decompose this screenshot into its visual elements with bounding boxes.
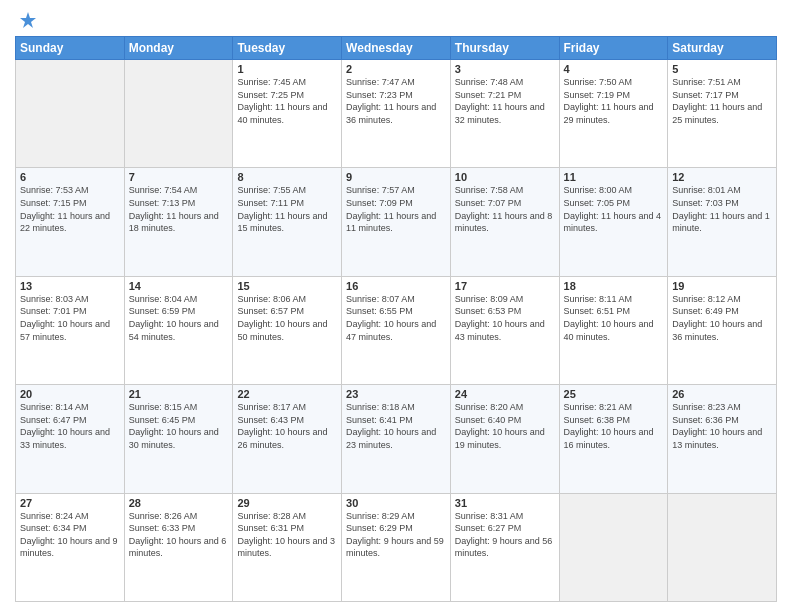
day-info: Sunrise: 7:50 AM Sunset: 7:19 PM Dayligh… <box>564 76 664 126</box>
day-info: Sunrise: 8:31 AM Sunset: 6:27 PM Dayligh… <box>455 510 555 560</box>
day-info: Sunrise: 8:15 AM Sunset: 6:45 PM Dayligh… <box>129 401 229 451</box>
day-info: Sunrise: 8:07 AM Sunset: 6:55 PM Dayligh… <box>346 293 446 343</box>
calendar-table: SundayMondayTuesdayWednesdayThursdayFrid… <box>15 36 777 602</box>
weekday-header-sunday: Sunday <box>16 37 125 60</box>
calendar-cell: 16Sunrise: 8:07 AM Sunset: 6:55 PM Dayli… <box>342 276 451 384</box>
day-number: 21 <box>129 388 229 400</box>
day-info: Sunrise: 8:17 AM Sunset: 6:43 PM Dayligh… <box>237 401 337 451</box>
day-info: Sunrise: 8:04 AM Sunset: 6:59 PM Dayligh… <box>129 293 229 343</box>
weekday-header-wednesday: Wednesday <box>342 37 451 60</box>
calendar-cell: 7Sunrise: 7:54 AM Sunset: 7:13 PM Daylig… <box>124 168 233 276</box>
calendar-cell: 22Sunrise: 8:17 AM Sunset: 6:43 PM Dayli… <box>233 385 342 493</box>
day-info: Sunrise: 7:55 AM Sunset: 7:11 PM Dayligh… <box>237 184 337 234</box>
day-info: Sunrise: 8:11 AM Sunset: 6:51 PM Dayligh… <box>564 293 664 343</box>
day-number: 6 <box>20 171 120 183</box>
calendar-cell: 30Sunrise: 8:29 AM Sunset: 6:29 PM Dayli… <box>342 493 451 601</box>
logo <box>15 10 38 30</box>
weekday-header-saturday: Saturday <box>668 37 777 60</box>
day-number: 28 <box>129 497 229 509</box>
calendar-cell: 6Sunrise: 7:53 AM Sunset: 7:15 PM Daylig… <box>16 168 125 276</box>
calendar-cell: 24Sunrise: 8:20 AM Sunset: 6:40 PM Dayli… <box>450 385 559 493</box>
calendar-cell: 18Sunrise: 8:11 AM Sunset: 6:51 PM Dayli… <box>559 276 668 384</box>
calendar-cell: 5Sunrise: 7:51 AM Sunset: 7:17 PM Daylig… <box>668 60 777 168</box>
calendar-cell: 11Sunrise: 8:00 AM Sunset: 7:05 PM Dayli… <box>559 168 668 276</box>
calendar-cell: 14Sunrise: 8:04 AM Sunset: 6:59 PM Dayli… <box>124 276 233 384</box>
calendar-cell: 20Sunrise: 8:14 AM Sunset: 6:47 PM Dayli… <box>16 385 125 493</box>
day-number: 26 <box>672 388 772 400</box>
day-info: Sunrise: 8:23 AM Sunset: 6:36 PM Dayligh… <box>672 401 772 451</box>
calendar-week-4: 20Sunrise: 8:14 AM Sunset: 6:47 PM Dayli… <box>16 385 777 493</box>
calendar-cell: 27Sunrise: 8:24 AM Sunset: 6:34 PM Dayli… <box>16 493 125 601</box>
calendar-cell: 9Sunrise: 7:57 AM Sunset: 7:09 PM Daylig… <box>342 168 451 276</box>
day-info: Sunrise: 7:47 AM Sunset: 7:23 PM Dayligh… <box>346 76 446 126</box>
weekday-header-tuesday: Tuesday <box>233 37 342 60</box>
svg-marker-0 <box>20 12 36 28</box>
calendar-cell: 26Sunrise: 8:23 AM Sunset: 6:36 PM Dayli… <box>668 385 777 493</box>
day-number: 5 <box>672 63 772 75</box>
day-info: Sunrise: 7:48 AM Sunset: 7:21 PM Dayligh… <box>455 76 555 126</box>
calendar-week-5: 27Sunrise: 8:24 AM Sunset: 6:34 PM Dayli… <box>16 493 777 601</box>
day-number: 15 <box>237 280 337 292</box>
weekday-header-row: SundayMondayTuesdayWednesdayThursdayFrid… <box>16 37 777 60</box>
calendar-cell: 31Sunrise: 8:31 AM Sunset: 6:27 PM Dayli… <box>450 493 559 601</box>
day-info: Sunrise: 8:12 AM Sunset: 6:49 PM Dayligh… <box>672 293 772 343</box>
day-number: 13 <box>20 280 120 292</box>
calendar-cell: 4Sunrise: 7:50 AM Sunset: 7:19 PM Daylig… <box>559 60 668 168</box>
calendar-cell: 28Sunrise: 8:26 AM Sunset: 6:33 PM Dayli… <box>124 493 233 601</box>
day-number: 11 <box>564 171 664 183</box>
day-number: 18 <box>564 280 664 292</box>
day-info: Sunrise: 8:29 AM Sunset: 6:29 PM Dayligh… <box>346 510 446 560</box>
calendar-cell: 8Sunrise: 7:55 AM Sunset: 7:11 PM Daylig… <box>233 168 342 276</box>
day-number: 14 <box>129 280 229 292</box>
weekday-header-thursday: Thursday <box>450 37 559 60</box>
calendar-cell: 29Sunrise: 8:28 AM Sunset: 6:31 PM Dayli… <box>233 493 342 601</box>
calendar-cell <box>16 60 125 168</box>
day-number: 7 <box>129 171 229 183</box>
day-number: 9 <box>346 171 446 183</box>
day-info: Sunrise: 8:06 AM Sunset: 6:57 PM Dayligh… <box>237 293 337 343</box>
calendar-cell: 13Sunrise: 8:03 AM Sunset: 7:01 PM Dayli… <box>16 276 125 384</box>
calendar-week-3: 13Sunrise: 8:03 AM Sunset: 7:01 PM Dayli… <box>16 276 777 384</box>
day-info: Sunrise: 7:58 AM Sunset: 7:07 PM Dayligh… <box>455 184 555 234</box>
calendar-cell: 2Sunrise: 7:47 AM Sunset: 7:23 PM Daylig… <box>342 60 451 168</box>
day-number: 31 <box>455 497 555 509</box>
day-number: 29 <box>237 497 337 509</box>
logo-flag-icon <box>18 10 38 30</box>
day-number: 25 <box>564 388 664 400</box>
calendar-cell: 21Sunrise: 8:15 AM Sunset: 6:45 PM Dayli… <box>124 385 233 493</box>
day-info: Sunrise: 7:51 AM Sunset: 7:17 PM Dayligh… <box>672 76 772 126</box>
calendar-cell: 19Sunrise: 8:12 AM Sunset: 6:49 PM Dayli… <box>668 276 777 384</box>
calendar-cell: 17Sunrise: 8:09 AM Sunset: 6:53 PM Dayli… <box>450 276 559 384</box>
calendar-cell: 12Sunrise: 8:01 AM Sunset: 7:03 PM Dayli… <box>668 168 777 276</box>
day-number: 24 <box>455 388 555 400</box>
day-info: Sunrise: 8:14 AM Sunset: 6:47 PM Dayligh… <box>20 401 120 451</box>
day-number: 16 <box>346 280 446 292</box>
day-info: Sunrise: 8:01 AM Sunset: 7:03 PM Dayligh… <box>672 184 772 234</box>
day-info: Sunrise: 7:53 AM Sunset: 7:15 PM Dayligh… <box>20 184 120 234</box>
day-number: 12 <box>672 171 772 183</box>
day-info: Sunrise: 8:24 AM Sunset: 6:34 PM Dayligh… <box>20 510 120 560</box>
calendar-cell <box>559 493 668 601</box>
day-info: Sunrise: 7:45 AM Sunset: 7:25 PM Dayligh… <box>237 76 337 126</box>
calendar-week-1: 1Sunrise: 7:45 AM Sunset: 7:25 PM Daylig… <box>16 60 777 168</box>
calendar-cell: 1Sunrise: 7:45 AM Sunset: 7:25 PM Daylig… <box>233 60 342 168</box>
calendar-cell <box>124 60 233 168</box>
calendar-cell <box>668 493 777 601</box>
day-info: Sunrise: 8:28 AM Sunset: 6:31 PM Dayligh… <box>237 510 337 560</box>
day-info: Sunrise: 7:54 AM Sunset: 7:13 PM Dayligh… <box>129 184 229 234</box>
day-number: 22 <box>237 388 337 400</box>
calendar-cell: 25Sunrise: 8:21 AM Sunset: 6:38 PM Dayli… <box>559 385 668 493</box>
day-number: 2 <box>346 63 446 75</box>
day-number: 23 <box>346 388 446 400</box>
day-number: 17 <box>455 280 555 292</box>
day-number: 10 <box>455 171 555 183</box>
day-number: 19 <box>672 280 772 292</box>
calendar-cell: 3Sunrise: 7:48 AM Sunset: 7:21 PM Daylig… <box>450 60 559 168</box>
calendar-cell: 15Sunrise: 8:06 AM Sunset: 6:57 PM Dayli… <box>233 276 342 384</box>
calendar-cell: 23Sunrise: 8:18 AM Sunset: 6:41 PM Dayli… <box>342 385 451 493</box>
day-info: Sunrise: 8:26 AM Sunset: 6:33 PM Dayligh… <box>129 510 229 560</box>
day-info: Sunrise: 8:18 AM Sunset: 6:41 PM Dayligh… <box>346 401 446 451</box>
day-number: 1 <box>237 63 337 75</box>
day-number: 3 <box>455 63 555 75</box>
day-info: Sunrise: 8:20 AM Sunset: 6:40 PM Dayligh… <box>455 401 555 451</box>
